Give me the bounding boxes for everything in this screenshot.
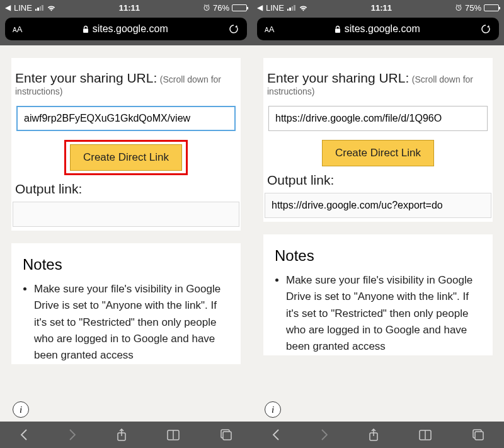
url-bar[interactable]: AA sites.google.com: [5, 18, 247, 40]
browser-toolbar: [0, 422, 252, 448]
alarm-icon: [203, 4, 210, 11]
browser-toolbar: [252, 422, 504, 448]
svg-rect-7: [475, 432, 483, 440]
status-bar: ◀ LINE 11:11 76%: [0, 0, 252, 15]
button-highlight-box: Create Direct Link: [64, 140, 188, 175]
tabs-icon[interactable]: [220, 428, 232, 441]
notes-title: Notes: [23, 256, 229, 273]
tabs-icon[interactable]: [472, 428, 484, 441]
url-bar-area: AA sites.google.com: [252, 15, 504, 45]
page-content: Enter your sharing URL: (Scroll down for…: [252, 45, 504, 422]
output-value: https://drive.google.com/uc?export=do: [272, 200, 443, 211]
battery-pct: 75%: [465, 3, 481, 13]
input-value: https://drive.google.com/file/d/1Q96O: [275, 113, 442, 124]
nav-forward-icon[interactable]: [320, 428, 329, 441]
info-icon[interactable]: i: [265, 401, 281, 418]
notes-list: Make sure your file's visibility in Goog…: [275, 272, 481, 355]
left-screen: ◀ LINE 11:11 76% AA sites.google.com Ent…: [0, 0, 252, 448]
bookmarks-icon[interactable]: [166, 429, 180, 440]
create-link-button[interactable]: Create Direct Link: [70, 144, 182, 171]
lock-icon: [83, 25, 89, 33]
url-domain: sites.google.com: [93, 23, 168, 35]
battery-pct: 76%: [213, 3, 229, 13]
status-time: 11:11: [308, 3, 455, 13]
text-size-icon[interactable]: AA: [13, 25, 22, 34]
battery-icon: [232, 4, 247, 11]
page-content: Enter your sharing URL: (Scroll down for…: [0, 45, 252, 422]
output-link-box[interactable]: https://drive.google.com/uc?export=do: [265, 193, 491, 218]
notes-item: Make sure your file's visibility in Goog…: [34, 281, 229, 364]
reload-icon[interactable]: [228, 23, 239, 35]
input-heading: Enter your sharing URL:: [267, 71, 409, 85]
battery-icon: [484, 4, 499, 11]
text-size-icon[interactable]: AA: [265, 25, 274, 34]
status-bar: ◀ LINE 11:11 75%: [252, 0, 504, 15]
notes-title: Notes: [275, 247, 481, 265]
signal-icon: [35, 4, 43, 11]
url-domain: sites.google.com: [345, 23, 420, 35]
svg-rect-5: [335, 28, 340, 33]
url-text[interactable]: sites.google.com: [280, 23, 474, 35]
url-bar[interactable]: AA sites.google.com: [257, 18, 499, 40]
create-link-button[interactable]: Create Direct Link: [322, 140, 434, 166]
wifi-icon: [47, 4, 56, 11]
form-card: Enter your sharing URL: (Scroll down for…: [263, 58, 493, 222]
notes-card: Notes Make sure your file's visibility i…: [263, 234, 493, 355]
output-heading: Output link:: [15, 181, 241, 197]
right-screen: ◀ LINE 11:11 75% AA sites.google.com Ent…: [252, 0, 504, 448]
back-app-label[interactable]: LINE: [14, 3, 32, 13]
nav-forward-icon[interactable]: [68, 428, 77, 441]
input-heading: Enter your sharing URL:: [15, 71, 157, 85]
alarm-icon: [455, 4, 462, 11]
share-icon[interactable]: [368, 428, 379, 442]
url-bar-area: AA sites.google.com: [0, 15, 252, 45]
wifi-icon: [299, 4, 308, 11]
notes-card: Notes Make sure your file's visibility i…: [11, 243, 241, 364]
input-value: aiwf9rp2BFyEQXuG1GkdQoMX/view: [24, 113, 190, 124]
back-triangle-icon[interactable]: ◀: [257, 3, 263, 12]
notes-item: Make sure your file's visibility in Goog…: [286, 272, 481, 355]
output-heading: Output link:: [267, 173, 493, 188]
sharing-url-input[interactable]: https://drive.google.com/file/d/1Q96O: [268, 106, 488, 131]
form-card: Enter your sharing URL: (Scroll down for…: [11, 58, 241, 231]
bookmarks-icon[interactable]: [418, 429, 432, 440]
url-text[interactable]: sites.google.com: [28, 23, 222, 35]
notes-list: Make sure your file's visibility in Goog…: [23, 281, 229, 364]
info-icon[interactable]: i: [13, 401, 29, 418]
svg-rect-3: [223, 432, 231, 440]
svg-rect-1: [83, 28, 88, 33]
output-link-box[interactable]: [13, 202, 239, 227]
back-app-label[interactable]: LINE: [266, 3, 284, 13]
nav-back-icon[interactable]: [272, 428, 280, 441]
nav-back-icon[interactable]: [20, 428, 28, 441]
sharing-url-input[interactable]: aiwf9rp2BFyEQXuG1GkdQoMX/view: [16, 106, 236, 131]
signal-icon: [287, 4, 295, 11]
lock-icon: [335, 25, 341, 33]
reload-icon[interactable]: [480, 23, 491, 35]
share-icon[interactable]: [116, 428, 127, 442]
back-triangle-icon[interactable]: ◀: [5, 3, 11, 12]
status-time: 11:11: [56, 3, 203, 13]
